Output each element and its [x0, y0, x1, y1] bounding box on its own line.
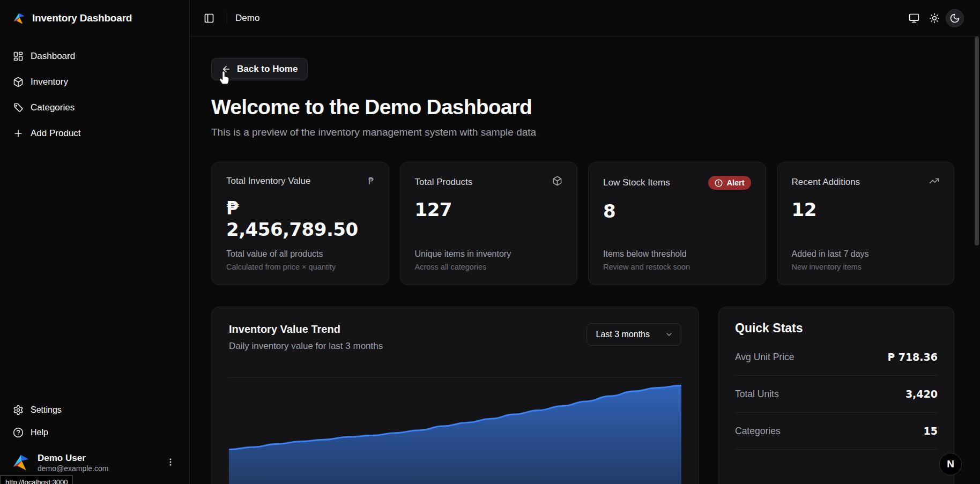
sidebar-item-add-product[interactable]: Add Product: [8, 122, 182, 145]
theme-switcher: [905, 9, 964, 27]
stat-desc: Items below threshold: [603, 249, 751, 259]
stat-subdesc: New inventory items: [792, 263, 940, 271]
stat-label: Recent Additions: [792, 177, 860, 188]
back-button-label: Back to Home: [237, 64, 298, 75]
topbar: Demo: [190, 0, 980, 36]
stat-value: ₱ 2,456,789.50: [226, 197, 374, 240]
tag-icon: [13, 102, 24, 113]
quick-stat-value: 3,420: [905, 388, 938, 400]
alert-badge-label: Alert: [726, 178, 744, 187]
monitor-icon: [909, 13, 919, 24]
user-info: Demo User demo@example.com: [38, 452, 109, 473]
app-logo-icon: [12, 11, 26, 26]
help-icon: [13, 427, 24, 438]
scrollbar[interactable]: [975, 36, 979, 245]
stat-desc: Total value of all products: [226, 249, 374, 259]
sidebar-item-categories[interactable]: Categories: [8, 96, 182, 119]
sidebar-item-label: Inventory: [31, 77, 68, 87]
trend-chart: [229, 377, 681, 484]
sidebar-item-label: Categories: [31, 102, 75, 113]
stat-desc: Added in last 7 days: [792, 249, 940, 259]
app: { "app": { "title": "Inventory Dashboard…: [0, 0, 980, 484]
dots-vertical-icon: [166, 457, 175, 467]
sidebar-item-settings[interactable]: Settings: [8, 400, 182, 420]
trend-area: [229, 385, 681, 484]
stat-card-total-products: Total Products 127 Unique items in inven…: [400, 162, 578, 285]
stat-subdesc: Review and restock soon: [603, 263, 751, 271]
user-email: demo@example.com: [38, 464, 109, 473]
sidebar-item-label: Dashboard: [31, 51, 75, 62]
devtools-button[interactable]: N: [939, 453, 962, 475]
quick-stat-value: ₱ 718.36: [888, 351, 938, 363]
back-to-home-button[interactable]: Back to Home: [211, 58, 308, 80]
moon-icon: [949, 13, 960, 24]
plus-icon: [13, 128, 24, 139]
chart-title: Inventory Value Trend: [229, 323, 383, 336]
stat-desc: Unique items in inventory: [415, 249, 563, 259]
stat-value: 8: [603, 200, 751, 222]
theme-dark-button[interactable]: [946, 9, 964, 27]
chart-card: Inventory Value Trend Daily inventory va…: [211, 307, 699, 484]
page-title: Welcome to the Demo Dashboard: [211, 95, 954, 119]
quick-stats-title: Quick Stats: [735, 321, 938, 336]
dashboard-icon: [13, 51, 24, 62]
peso-sign-icon: ₱: [368, 176, 374, 187]
quick-stat-label: Categories: [735, 426, 781, 437]
app-title: Inventory Dashboard: [32, 12, 132, 24]
stat-label: Total Inventory Value: [226, 176, 311, 187]
bottom-row: Inventory Value Trend Daily inventory va…: [211, 307, 954, 484]
trending-up-icon: [929, 176, 939, 186]
quick-stats-card: Quick Stats Avg Unit Price ₱ 718.36 Tota…: [718, 307, 954, 484]
stats-grid: Total Inventory Value ₱ ₱ 2,456,789.50 T…: [211, 162, 954, 285]
quick-stat-row: Total Units 3,420: [735, 376, 938, 413]
main-content: Back to Home Welcome to the Demo Dashboa…: [190, 36, 980, 484]
stat-label: Total Products: [415, 177, 473, 188]
sidebar: Inventory Dashboard Dashboard Inventory …: [0, 0, 190, 484]
circle-alert-icon: [715, 179, 723, 187]
stat-card-low-stock: Low Stock Items Alert 8 Items below thre…: [588, 162, 766, 285]
sidebar-header: Inventory Dashboard: [0, 0, 189, 36]
sun-icon: [929, 13, 940, 24]
quick-stat-value: 15: [924, 425, 938, 437]
sidebar-nav: Dashboard Inventory Categories Add Produ…: [0, 36, 189, 145]
panel-left-icon: [204, 13, 214, 24]
stat-value: 127: [415, 199, 563, 220]
chevron-down-icon: [665, 330, 673, 339]
range-select-value: Last 3 months: [596, 330, 650, 339]
gear-icon: [13, 405, 24, 415]
stat-value: 12: [792, 199, 940, 220]
stat-subdesc: Across all categories: [415, 263, 563, 271]
theme-light-button[interactable]: [925, 9, 944, 27]
quick-stat-label: Avg Unit Price: [735, 352, 795, 363]
alert-badge: Alert: [708, 176, 751, 190]
main-column: Demo Back to Home Welcome to the Demo Da…: [190, 0, 980, 484]
sidebar-footer-nav: Settings Help: [0, 397, 189, 446]
sidebar-item-label: Settings: [31, 405, 62, 415]
breadcrumb: Demo: [235, 13, 259, 24]
theme-system-button[interactable]: [905, 9, 923, 27]
stat-label: Low Stock Items: [603, 177, 670, 188]
user-name: Demo User: [38, 452, 109, 464]
sidebar-item-label: Add Product: [31, 128, 81, 139]
sidebar-item-dashboard[interactable]: Dashboard: [8, 45, 182, 68]
stat-subdesc: Calculated from price × quantity: [226, 263, 374, 271]
user-avatar: [11, 452, 31, 473]
page-subtitle: This is a preview of the inventory manag…: [211, 126, 954, 138]
chart-heading: Inventory Value Trend Daily inventory va…: [229, 323, 383, 352]
package-icon: [13, 77, 24, 87]
sidebar-item-help[interactable]: Help: [8, 422, 182, 443]
sidebar-toggle-button[interactable]: [199, 9, 219, 28]
header-divider: [227, 12, 227, 24]
sidebar-item-inventory[interactable]: Inventory: [8, 71, 182, 93]
stat-card-total-inventory-value: Total Inventory Value ₱ ₱ 2,456,789.50 T…: [211, 162, 389, 285]
stat-card-recent-additions: Recent Additions 12 Added in last 7 days…: [777, 162, 955, 285]
user-menu-button[interactable]: [162, 454, 179, 472]
package-icon: [552, 176, 562, 186]
quick-stat-row: Avg Unit Price ₱ 718.36: [735, 339, 938, 376]
quick-stat-row: Categories 15: [735, 413, 938, 450]
chart-subtitle: Daily inventory value for last 3 months: [229, 341, 383, 352]
range-select[interactable]: Last 3 months: [586, 323, 682, 346]
quick-stat-label: Total Units: [735, 389, 779, 400]
sidebar-item-label: Help: [31, 428, 48, 437]
status-url: http://localhost:3000: [0, 475, 73, 484]
